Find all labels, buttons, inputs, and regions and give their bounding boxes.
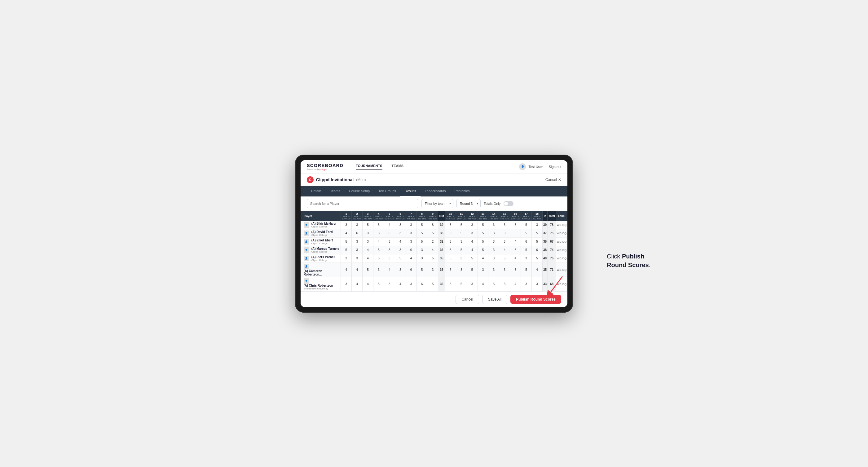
hole-8-score[interactable]: 3 [416, 246, 427, 254]
hole-2-score[interactable]: 6 [352, 229, 363, 237]
tournament-cancel-button[interactable]: Cancel ✕ [546, 178, 561, 182]
hole-1-score[interactable]: 3 [341, 254, 352, 262]
hole-12-score[interactable]: 3 [467, 229, 477, 237]
hole-13-score[interactable]: 5 [477, 237, 488, 246]
filter-team-wrapper[interactable]: Filter by team [422, 199, 453, 208]
hole-16-score[interactable]: 4 [510, 254, 521, 262]
hole-13-score[interactable]: 4 [477, 277, 488, 291]
hole-10-score[interactable]: 3 [445, 221, 456, 229]
hole-10-score[interactable]: 6 [445, 262, 456, 277]
tab-printables[interactable]: Printables [450, 186, 474, 196]
hole-9-score[interactable]: 5 [427, 254, 438, 262]
hole-13-score[interactable]: 4 [477, 254, 488, 262]
dq-label[interactable]: DQ [562, 232, 567, 235]
save-all-button[interactable]: Save All [482, 295, 507, 304]
wd-label[interactable]: WD [557, 232, 561, 235]
wd-label[interactable]: WD [557, 283, 561, 286]
hole-6-score[interactable]: 4 [395, 277, 406, 291]
hole-16-score[interactable]: 4 [510, 277, 521, 291]
hole-14-score[interactable]: 6 [488, 221, 499, 229]
hole-4-score[interactable]: 5 [373, 254, 384, 262]
hole-3-score[interactable]: 5 [363, 221, 373, 229]
hole-1-score[interactable]: 5 [341, 237, 352, 246]
hole-13-score[interactable]: 5 [477, 221, 488, 229]
hole-10-score[interactable]: 3 [445, 229, 456, 237]
hole-16-score[interactable]: 3 [510, 246, 521, 254]
hole-18-score[interactable]: 5 [532, 254, 542, 262]
hole-9-score[interactable]: 5 [427, 277, 438, 291]
hole-8-score[interactable]: 3 [416, 254, 427, 262]
hole-7-score[interactable]: 3 [406, 237, 416, 246]
hole-17-score[interactable]: 5 [521, 229, 532, 237]
hole-12-score[interactable]: 4 [467, 237, 477, 246]
hole-1-score[interactable]: 5 [341, 246, 352, 254]
hole-10-score[interactable]: 3 [445, 237, 456, 246]
hole-16-score[interactable]: 5 [510, 221, 521, 229]
hole-12-score[interactable]: 4 [467, 246, 477, 254]
hole-3-score[interactable]: 4 [363, 246, 373, 254]
hole-16-score[interactable]: 5 [510, 229, 521, 237]
hole-5-score[interactable]: 3 [384, 254, 395, 262]
hole-3-score[interactable]: 3 [363, 229, 373, 237]
round-select-wrapper[interactable]: Round 3 [457, 199, 480, 208]
hole-4-score[interactable]: 4 [373, 237, 384, 246]
hole-14-score[interactable]: 3 [488, 254, 499, 262]
hole-15-score[interactable]: 3 [499, 277, 510, 291]
hole-1-score[interactable]: 3 [341, 277, 352, 291]
hole-7-score[interactable]: 3 [406, 277, 416, 291]
hole-10-score[interactable]: 3 [445, 246, 456, 254]
hole-11-score[interactable]: 3 [456, 262, 467, 277]
hole-1-score[interactable]: 4 [341, 262, 352, 277]
tab-course-setup[interactable]: Course Setup [345, 186, 374, 196]
hole-3-score[interactable]: 4 [363, 277, 373, 291]
hole-6-score[interactable]: 3 [395, 221, 406, 229]
hole-13-score[interactable]: 3 [477, 262, 488, 277]
hole-9-score[interactable]: 8 [427, 221, 438, 229]
hole-18-score[interactable]: 4 [532, 262, 542, 277]
hole-12-score[interactable]: 5 [467, 262, 477, 277]
hole-11-score[interactable]: 5 [456, 246, 467, 254]
hole-6-score[interactable]: 3 [395, 246, 406, 254]
hole-17-score[interactable]: 5 [521, 221, 532, 229]
hole-6-score[interactable]: 4 [395, 237, 406, 246]
hole-6-score[interactable]: 3 [395, 262, 406, 277]
hole-15-score[interactable]: 5 [499, 254, 510, 262]
tab-tee-groups[interactable]: Tee Groups [374, 186, 400, 196]
hole-15-score[interactable]: 3 [499, 221, 510, 229]
dq-label[interactable]: DQ [562, 257, 567, 260]
hole-14-score[interactable]: 3 [488, 237, 499, 246]
hole-9-score[interactable]: 5 [427, 229, 438, 237]
dq-label[interactable]: DQ [562, 240, 567, 243]
sign-out-link[interactable]: Sign out [549, 165, 561, 168]
hole-7-score[interactable]: 6 [406, 246, 416, 254]
hole-3-score[interactable]: 5 [363, 262, 373, 277]
hole-5-score[interactable]: 3 [384, 246, 395, 254]
wd-label[interactable]: WD [557, 249, 561, 252]
hole-8-score[interactable]: 5 [416, 229, 427, 237]
hole-11-score[interactable]: 3 [456, 254, 467, 262]
hole-10-score[interactable]: 3 [445, 277, 456, 291]
hole-1-score[interactable]: 4 [341, 229, 352, 237]
hole-8-score[interactable]: 5 [416, 237, 427, 246]
hole-2-score[interactable]: 4 [352, 277, 363, 291]
hole-4-score[interactable]: 3 [373, 262, 384, 277]
hole-3-score[interactable]: 4 [363, 254, 373, 262]
hole-5-score[interactable]: 4 [384, 221, 395, 229]
hole-14-score[interactable]: 5 [488, 277, 499, 291]
hole-8-score[interactable]: 6 [416, 277, 427, 291]
hole-17-score[interactable]: 3 [521, 254, 532, 262]
hole-17-score[interactable]: 5 [521, 246, 532, 254]
hole-11-score[interactable]: 3 [456, 237, 467, 246]
hole-2-score[interactable]: 4 [352, 262, 363, 277]
hole-7-score[interactable]: 4 [406, 254, 416, 262]
publish-round-scores-button[interactable]: Publish Round Scores [510, 295, 561, 304]
wd-label[interactable]: WD [557, 240, 561, 243]
hole-18-score[interactable]: 3 [532, 277, 542, 291]
tab-leaderboards[interactable]: Leaderboards [421, 186, 450, 196]
hole-7-score[interactable]: 3 [406, 229, 416, 237]
hole-11-score[interactable]: 5 [456, 221, 467, 229]
tab-teams[interactable]: Teams [326, 186, 344, 196]
hole-5-score[interactable]: 3 [384, 277, 395, 291]
dq-label[interactable]: DQ [562, 223, 567, 226]
hole-9-score[interactable]: 3 [427, 262, 438, 277]
